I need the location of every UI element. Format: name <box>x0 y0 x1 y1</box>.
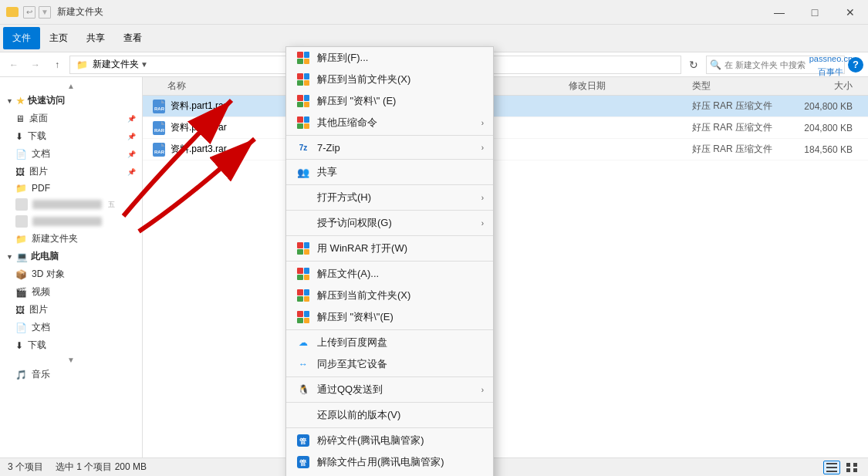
sidebar-scroll-up[interactable]: ▲ <box>0 80 142 92</box>
sidebar-item-blurred2[interactable] <box>0 213 142 230</box>
sidebar-item-desktop[interactable]: 🖥 桌面 📌 <box>0 110 142 127</box>
blurred-text-1: 五 <box>108 200 115 210</box>
downloads-icon: ⬇ <box>15 131 23 142</box>
ctx-shred[interactable]: 管 粉碎文件(腾讯电脑管家) <box>286 430 493 451</box>
sidebar-item-documents[interactable]: 📄 文档 📌 <box>0 145 142 163</box>
refresh-button[interactable]: ↻ <box>684 56 703 74</box>
ctx-extract-folder2[interactable]: 解压到 "资料\"(E) <box>286 306 493 328</box>
window-icon <box>6 7 19 17</box>
qq-icon: 🐧 <box>296 383 311 396</box>
toolbar-icon-1: ↩ <box>23 6 35 19</box>
pin-icon-pictures: 📌 <box>127 168 136 176</box>
ctx-extract-a-label: 解压文件(A)... <box>317 267 484 281</box>
address-dropdown-arrow[interactable]: ▼ <box>139 60 150 69</box>
ctx-send-qq-label: 通过QQ发送到 <box>317 383 475 397</box>
3d-icon: 📦 <box>15 269 27 280</box>
col-header-date[interactable]: 修改日期 <box>569 79 692 93</box>
forward-button[interactable]: → <box>26 56 45 74</box>
quick-access-header[interactable]: ▼ ★ 快速访问 <box>0 92 142 110</box>
documents2-icon: 📄 <box>15 322 27 333</box>
maximize-button[interactable]: □ <box>797 0 833 25</box>
pin-icon-downloads: 📌 <box>127 133 136 140</box>
view-details-button[interactable] <box>823 461 840 474</box>
sidebar-item-pdf[interactable]: 📁 PDF <box>0 181 142 196</box>
watermark-line1: passneo.cn <box>809 52 853 66</box>
this-pc-header[interactable]: ▼ 💻 此电脑 <box>0 248 142 265</box>
ctx-delete-tencent[interactable]: 删 删除文件(腾讯电脑管家) <box>286 473 493 476</box>
ctx-extract-f[interactable]: 解压到(F)... <box>286 47 493 69</box>
file-row-2[interactable]: RAR 资料.part2.rar 好压 RAR 压缩文件 204,800 KB <box>143 117 868 139</box>
ctx-upload-baidu[interactable]: ☁ 上传到百度网盘 <box>286 332 493 353</box>
ctx-open-with[interactable]: 打开方式(H) › <box>286 187 493 208</box>
search-icon: 🔍 <box>707 59 724 70</box>
ctx-send-qq[interactable]: 🐧 通过QQ发送到 › <box>286 379 493 400</box>
file-row-3[interactable]: RAR 资料.part3.rar 好压 RAR 压缩文件 184,560 KB <box>143 139 868 160</box>
ctx-open-winrar[interactable]: 用 WinRAR 打开(W) <box>286 238 493 259</box>
sidebar-item-pictures2-label: 图片 <box>29 303 48 316</box>
quick-access-label: 快速访问 <box>28 94 65 107</box>
winrar-icon-3 <box>296 95 311 107</box>
ctx-7zip[interactable]: 7z 7-Zip › <box>286 137 493 157</box>
file-row-1-size: 204,800 KB <box>792 101 862 112</box>
new-folder-icon: 📁 <box>15 234 27 245</box>
sidebar-item-3d[interactable]: 📦 3D 对象 <box>0 265 142 283</box>
ctx-sync-devices[interactable]: ↔ 同步至其它设备 <box>286 353 493 375</box>
ctx-extract-a[interactable]: 解压文件(A)... <box>286 263 493 285</box>
svg-rect-13 <box>826 467 837 468</box>
close-button[interactable]: ✕ <box>833 0 868 25</box>
arrow-icon-qq: › <box>481 386 484 394</box>
ctx-share-label: 共享 <box>317 165 484 179</box>
sidebar-item-new-folder[interactable]: 📁 新建文件夹 <box>0 230 142 248</box>
minimize-button[interactable]: — <box>762 0 797 25</box>
sidebar-item-blurred1[interactable]: 五 <box>0 196 142 213</box>
view-large-icons-button[interactable] <box>843 461 860 474</box>
ctx-extract-here[interactable]: 解压到当前文件夹(X) <box>286 69 493 90</box>
sidebar-item-music[interactable]: 🎵 音乐 <box>0 366 142 383</box>
ribbon-tab-share[interactable]: 共享 <box>77 27 114 49</box>
file-row-1[interactable]: RAR 资料.part1.rar 好压 RAR 压缩文件 204,800 KB <box>143 96 868 117</box>
sidebar-scroll-down[interactable]: ▼ <box>0 354 142 366</box>
winrar-icon-7 <box>296 311 311 323</box>
svg-text:RAR: RAR <box>154 150 165 154</box>
ctx-unlock[interactable]: 管 解除文件占用(腾讯电脑管家) <box>286 451 493 473</box>
ctx-extract-here2[interactable]: 解压到当前文件夹(X) <box>286 285 493 306</box>
ctx-extract-folder[interactable]: 解压到 "资料\" (E) <box>286 90 493 112</box>
rar-icon-1: RAR <box>152 100 166 113</box>
blurred-icon-1 <box>15 198 28 211</box>
this-pc-label: 此电脑 <box>31 250 59 263</box>
7zip-icon: 7z <box>296 141 311 154</box>
separator-8 <box>286 376 493 377</box>
share-icon: 👥 <box>296 166 311 178</box>
file-row-3-type: 好压 RAR 压缩文件 <box>692 143 792 156</box>
ctx-share[interactable]: 👥 共享 <box>286 161 493 183</box>
ctx-restore-version[interactable]: 还原以前的版本(V) <box>286 404 493 426</box>
winrar-icon-1 <box>296 52 311 64</box>
sidebar-item-downloads2-label: 下载 <box>28 339 46 352</box>
winrar-icon-2 <box>296 73 311 86</box>
sidebar-item-downloads[interactable]: ⬇ 下载 📌 <box>0 127 142 145</box>
ctx-other-compress[interactable]: 其他压缩命令 › <box>286 112 493 133</box>
ctx-grant-access[interactable]: 授予访问权限(G) › <box>286 212 493 234</box>
sidebar-item-downloads2[interactable]: ⬇ 下载 <box>0 336 142 354</box>
chevron-down-icon: ▼ <box>6 97 13 105</box>
ribbon-tab-view[interactable]: 查看 <box>114 27 151 49</box>
file-list: 名称 修改日期 类型 大小 RAR 资料.part1.rar 好压 RAR 压缩 <box>143 77 868 457</box>
sidebar-item-pictures[interactable]: 🖼 图片 📌 <box>0 163 142 181</box>
path-text: 新建文件夹 <box>93 58 139 71</box>
separator-9 <box>286 402 493 403</box>
sidebar-item-pictures2[interactable]: 🖼 图片 <box>0 301 142 319</box>
svg-rect-18 <box>853 468 857 472</box>
ribbon-tab-home[interactable]: 主页 <box>40 27 77 49</box>
tencent-icon-1: 管 <box>296 434 311 447</box>
title-bar: ↩ ▼ 新建文件夹 — □ ✕ <box>0 0 868 25</box>
title-bar-icons: ↩ ▼ <box>6 6 51 19</box>
pin-icon-documents: 📌 <box>127 150 136 158</box>
sidebar-item-documents2[interactable]: 📄 文档 <box>0 319 142 336</box>
back-button[interactable]: ← <box>5 56 23 74</box>
col-header-size[interactable]: 大小 <box>792 79 862 93</box>
col-header-type[interactable]: 类型 <box>692 79 792 93</box>
ctx-extract-folder-label: 解压到 "资料\" (E) <box>317 94 484 108</box>
sidebar-item-videos[interactable]: 🎬 视频 <box>0 283 142 301</box>
up-button[interactable]: ↑ <box>48 56 66 74</box>
ribbon-tab-file[interactable]: 文件 <box>3 27 40 49</box>
